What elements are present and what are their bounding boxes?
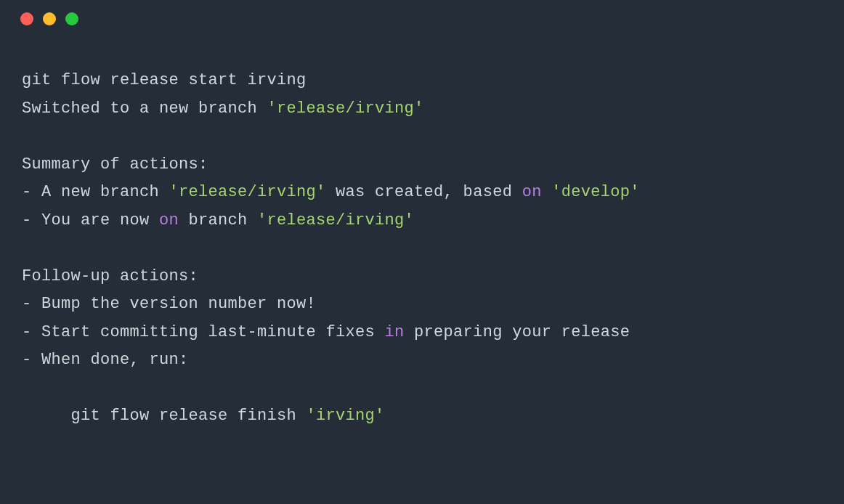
terminal-segment: Summary of actions: (22, 155, 208, 174)
terminal-segment: branch (179, 211, 257, 229)
terminal-segment: - You are now (22, 211, 159, 229)
window-titlebar (0, 0, 844, 38)
terminal-segment: on (159, 211, 179, 229)
terminal-line: - Start committing last-minute fixes in … (22, 319, 822, 347)
terminal-line: - A new branch 'release/irving' was crea… (22, 179, 822, 207)
terminal-line (22, 235, 822, 263)
terminal-segment: git flow release start irving (22, 71, 307, 89)
terminal-segment: in (385, 323, 405, 341)
terminal-segment: 'irving' (307, 407, 385, 425)
terminal-segment (22, 127, 32, 145)
terminal-segment: was created, based (326, 183, 522, 201)
terminal-segment: 'release/irving' (267, 99, 424, 118)
terminal-segment: - Start committing last-minute fixes (22, 323, 385, 341)
terminal-line: - When done, run: (22, 346, 822, 375)
terminal-segment: 'develop' (551, 183, 640, 201)
terminal-segment: git flow release finish (22, 407, 307, 425)
terminal-line: Switched to a new branch 'release/irving… (22, 95, 822, 123)
terminal-line (22, 375, 822, 403)
terminal-segment: - A new branch (22, 183, 169, 201)
terminal-line: git flow release start irving (22, 67, 822, 95)
terminal-output: git flow release start irvingSwitched to… (0, 38, 844, 452)
terminal-segment: preparing your release (405, 323, 630, 341)
terminal-segment (22, 379, 32, 397)
terminal-segment: - Bump the version number now! (22, 295, 316, 313)
terminal-line: git flow release finish 'irving' (22, 402, 822, 431)
terminal-line: - Bump the version number now! (22, 290, 822, 319)
terminal-segment: - When done, run: (22, 351, 189, 369)
maximize-icon[interactable] (65, 12, 78, 25)
terminal-line: Follow-up actions: (22, 263, 822, 291)
terminal-segment: 'release/irving' (257, 211, 414, 229)
terminal-segment: Switched to a new branch (22, 99, 267, 118)
terminal-segment: 'release/irving' (169, 183, 326, 201)
terminal-segment: Follow-up actions: (22, 267, 198, 285)
terminal-line (22, 123, 822, 151)
terminal-segment (542, 183, 552, 201)
terminal-segment: on (522, 183, 542, 201)
terminal-line: Summary of actions: (22, 151, 822, 179)
terminal-segment (22, 239, 32, 257)
terminal-line: - You are now on branch 'release/irving' (22, 207, 822, 235)
minimize-icon[interactable] (43, 12, 56, 25)
close-icon[interactable] (20, 12, 33, 25)
